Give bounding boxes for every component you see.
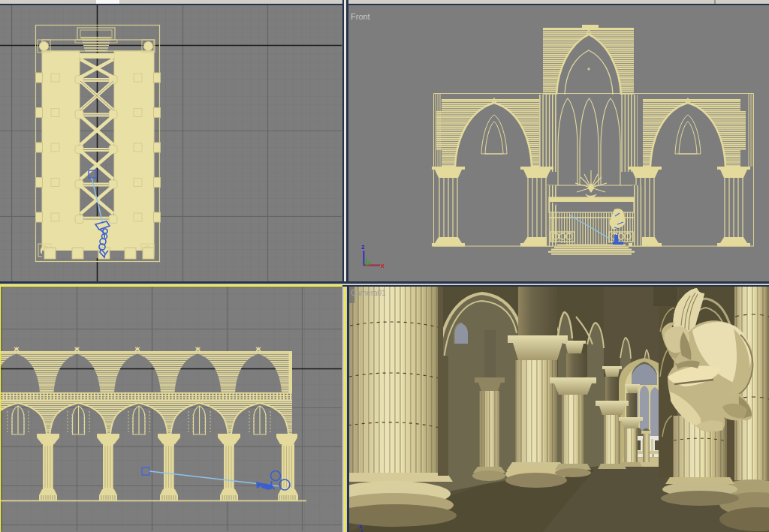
svg-text:x: x: [381, 262, 384, 269]
svg-text:Front: Front: [351, 12, 370, 21]
svg-text:z: z: [359, 523, 362, 530]
svg-text:Camera01: Camera01: [351, 289, 386, 297]
svg-text:z: z: [361, 243, 365, 251]
